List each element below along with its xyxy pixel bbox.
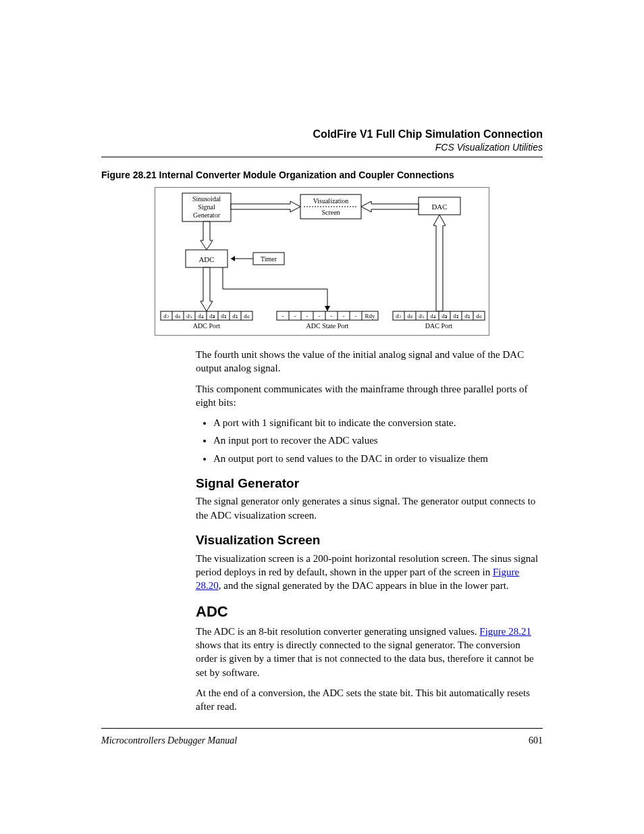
section-adc-body-1: The ADC is an 8-bit resolution converter… [196, 625, 543, 679]
svg-text:d₄: d₄ [430, 313, 436, 319]
page-number: 601 [529, 735, 543, 746]
svg-text:d₇: d₇ [396, 313, 402, 319]
svg-text:Rdy: Rdy [365, 313, 375, 319]
svg-marker-7 [231, 256, 235, 261]
svg-text:d₂: d₂ [453, 313, 459, 319]
siggen-l2: Signal [198, 203, 215, 211]
section-adc-body-2: At the end of a conversion, the ADC sets… [196, 686, 543, 714]
dac-box: DAC [431, 203, 447, 211]
siggen-l3: Generator [193, 211, 221, 219]
svg-text:d₁: d₁ [232, 313, 238, 319]
svg-text:d₃: d₃ [441, 313, 448, 319]
dac-port-label: DAC Port [425, 322, 453, 330]
adc-port-label: ADC Port [193, 322, 221, 330]
footer-rule [101, 728, 543, 729]
list-item: An input port to recover the ADC values [213, 434, 543, 447]
figure-diagram: Sinusoidal Signal Generator Visualizatio… [155, 187, 489, 336]
list-item: A port with 1 significant bit to indicat… [213, 416, 543, 429]
svg-text:-: - [306, 313, 308, 319]
section-adc-title: ADC [196, 602, 543, 622]
siggen-l1: Sinusoidal [192, 195, 221, 203]
svg-text:d₆: d₆ [175, 313, 181, 319]
section-visualization-body: The visualization screen is a 200-point … [196, 552, 543, 593]
svg-text:d₀: d₀ [244, 313, 250, 319]
chapter-subtitle: FCS Visualization Utilities [101, 142, 543, 153]
svg-text:-: - [282, 313, 284, 319]
svg-text:d₀: d₀ [476, 313, 482, 319]
svg-rect-28 [277, 311, 378, 320]
svg-text:d₆: d₆ [407, 313, 413, 319]
timer-box: Timer [261, 255, 277, 263]
svg-text:d₂: d₂ [221, 313, 227, 319]
svg-text:-: - [355, 313, 357, 319]
header-rule [101, 157, 543, 157]
section-visualization-title: Visualization Screen [196, 531, 543, 549]
para-2: This component communicates with the mai… [196, 382, 543, 410]
section-signal-generator-title: Signal Generator [196, 475, 543, 492]
viz-l1: Visualization [313, 197, 349, 205]
section-signal-generator-body: The signal generator only generates a si… [196, 494, 543, 522]
list-item: An output port to send values to the DAC… [213, 452, 543, 465]
svg-text:d₅: d₅ [186, 313, 192, 319]
bullet-list: A port with 1 significant bit to indicat… [213, 416, 543, 465]
page-footer: Microcontrollers Debugger Manual 601 [101, 728, 543, 746]
svg-text:d₁: d₁ [464, 313, 471, 319]
footer-title: Microcontrollers Debugger Manual [101, 735, 237, 746]
figure-caption: Figure 28.21 Internal Converter Module O… [101, 170, 543, 180]
para-1: The fourth unit shows the value of the i… [196, 348, 543, 375]
adc-port-row: d₇ d₆ d₅ d₄ d₃ d₂ d₁ d₀ [161, 311, 252, 320]
body-content: The fourth unit shows the value of the i… [196, 348, 543, 713]
svg-text:d₅: d₅ [419, 313, 425, 319]
svg-text:d₇: d₇ [163, 313, 169, 319]
svg-text:d₄: d₄ [198, 313, 204, 319]
page-header: ColdFire V1 Full Chip Simulation Connect… [101, 128, 543, 153]
state-port-row: - - - - - - - Rdy [277, 311, 378, 320]
svg-text:-: - [294, 313, 296, 319]
state-port-label: ADC State Port [306, 322, 349, 330]
figure-link-28-21[interactable]: Figure 28.21 [479, 626, 531, 637]
dac-port-row: d₇ d₆ d₅ d₄ d₃ d₂ d₁ d₀ [393, 311, 485, 320]
viz-l2: Screen [321, 209, 340, 216]
adc-box: ADC [198, 255, 214, 263]
svg-text:d₃: d₃ [209, 313, 215, 319]
svg-text:-: - [343, 313, 345, 319]
chapter-title: ColdFire V1 Full Chip Simulation Connect… [101, 128, 543, 140]
svg-text:-: - [319, 313, 321, 319]
svg-text:-: - [331, 313, 333, 319]
svg-marker-11 [325, 306, 330, 311]
